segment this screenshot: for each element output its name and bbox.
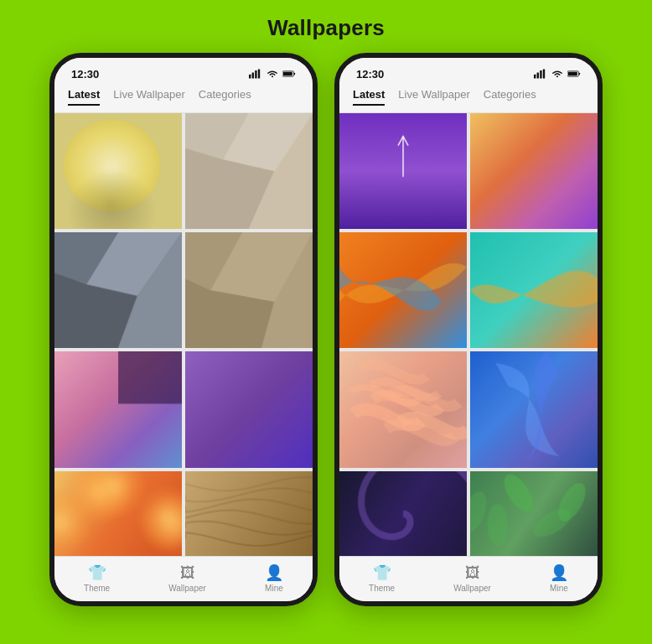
wifi-icon xyxy=(266,69,279,79)
svg-rect-3 xyxy=(258,69,260,78)
shirt-icon-right: 👕 xyxy=(373,564,391,582)
wallpaper-grid-left xyxy=(54,113,313,556)
tab-live-left[interactable]: Live Wallpaper xyxy=(113,88,185,106)
bottom-tab-theme-left[interactable]: 👕 Theme xyxy=(84,564,110,593)
bottom-tab-mine-label-left: Mine xyxy=(265,584,283,593)
bottom-bar-left: 👕 Theme 🖼 Wallpaper 👤 Mine xyxy=(54,556,313,601)
time-right: 12:30 xyxy=(356,68,384,80)
wallpaper-cell[interactable] xyxy=(185,113,313,229)
wallpaper-cell[interactable] xyxy=(54,351,182,467)
wallpaper-cell[interactable] xyxy=(470,232,598,348)
bottom-tab-mine-label-right: Mine xyxy=(550,584,568,593)
battery-icon-right xyxy=(567,69,581,79)
nav-tabs-right: Latest Live Wallpaper Categories xyxy=(339,85,598,113)
wallpaper-cell[interactable] xyxy=(470,471,598,556)
image-icon: 🖼 xyxy=(180,564,195,582)
bottom-bar-right: 👕 Theme 🖼 Wallpaper 👤 Mine xyxy=(339,556,598,601)
svg-rect-0 xyxy=(249,75,251,79)
wallpaper-cell[interactable] xyxy=(185,351,313,467)
svg-rect-1 xyxy=(252,72,254,78)
phones-container: 12:30 xyxy=(49,53,603,606)
battery-icon xyxy=(282,69,296,79)
bottom-tab-wallpaper-right[interactable]: 🖼 Wallpaper xyxy=(453,564,491,593)
tab-live-right[interactable]: Live Wallpaper xyxy=(398,88,470,106)
status-icons-right xyxy=(534,69,581,79)
svg-rect-5 xyxy=(294,73,295,75)
tab-latest-left[interactable]: Latest xyxy=(68,88,100,106)
image-icon-right: 🖼 xyxy=(465,564,480,582)
wallpaper-cell[interactable] xyxy=(339,232,467,348)
wallpaper-cell[interactable] xyxy=(470,351,598,467)
svg-rect-2 xyxy=(255,70,256,79)
status-bar-left: 12:30 xyxy=(54,58,313,85)
bottom-tab-theme-label-right: Theme xyxy=(369,584,395,593)
svg-rect-8 xyxy=(537,72,539,78)
wallpaper-grid-right xyxy=(339,113,598,556)
tab-latest-right[interactable]: Latest xyxy=(353,88,385,106)
tab-categories-right[interactable]: Categories xyxy=(484,88,536,106)
status-icons-left xyxy=(249,69,296,79)
svg-rect-6 xyxy=(283,72,292,75)
bottom-tab-theme-right[interactable]: 👕 Theme xyxy=(369,564,395,593)
wallpaper-cell[interactable] xyxy=(470,113,598,229)
bottom-tab-mine-left[interactable]: 👤 Mine xyxy=(265,564,283,593)
wallpaper-cell[interactable] xyxy=(339,113,467,229)
svg-rect-13 xyxy=(568,72,577,75)
time-left: 12:30 xyxy=(71,68,99,80)
svg-rect-9 xyxy=(540,70,541,79)
bottom-tab-theme-label-left: Theme xyxy=(84,584,110,593)
signal-icon xyxy=(249,69,262,79)
phone-left: 12:30 xyxy=(49,53,318,606)
tab-categories-left[interactable]: Categories xyxy=(199,88,251,106)
signal-icon-right xyxy=(534,69,547,79)
bottom-tab-wallpaper-label-right: Wallpaper xyxy=(453,584,491,593)
wifi-icon-right xyxy=(551,69,564,79)
svg-rect-10 xyxy=(543,69,545,78)
bottom-tab-mine-right[interactable]: 👤 Mine xyxy=(550,564,568,593)
phone-right: 12:30 xyxy=(334,53,603,606)
wallpaper-cell[interactable] xyxy=(185,471,313,556)
wallpaper-cell[interactable] xyxy=(54,232,182,348)
page-title: Wallpapers xyxy=(267,15,385,41)
person-icon: 👤 xyxy=(265,564,283,582)
nav-tabs-left: Latest Live Wallpaper Categories xyxy=(54,85,313,113)
bottom-tab-wallpaper-label-left: Wallpaper xyxy=(168,584,206,593)
wallpaper-cell[interactable] xyxy=(185,232,313,348)
svg-rect-12 xyxy=(579,73,580,75)
wallpaper-cell[interactable] xyxy=(54,113,182,229)
person-icon-right: 👤 xyxy=(550,564,568,582)
wallpaper-cell[interactable] xyxy=(339,351,467,467)
status-bar-right: 12:30 xyxy=(339,58,598,85)
bottom-tab-wallpaper-left[interactable]: 🖼 Wallpaper xyxy=(168,564,206,593)
shirt-icon: 👕 xyxy=(88,564,106,582)
svg-rect-7 xyxy=(534,75,536,79)
wallpaper-cell[interactable] xyxy=(54,471,182,556)
wallpaper-cell[interactable] xyxy=(339,471,467,556)
